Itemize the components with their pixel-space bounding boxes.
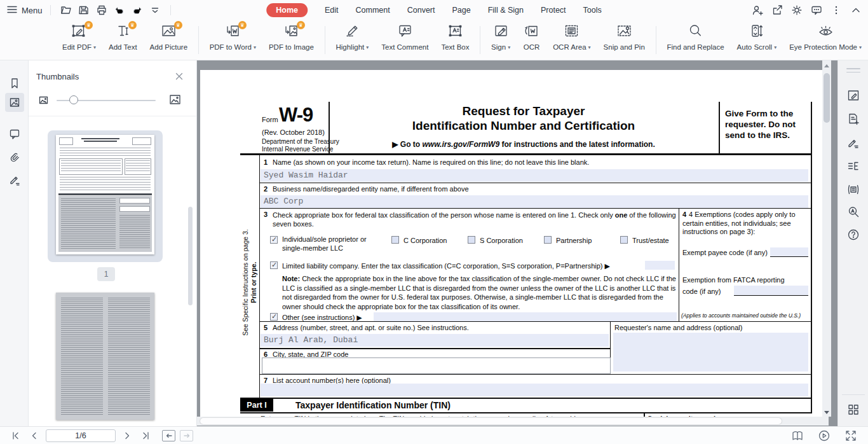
checkbox-c-corporation[interactable] [391, 236, 399, 244]
exempt-payee-field[interactable] [770, 247, 808, 257]
pdf-to-image-button[interactable]: ♛ PDF to Image [262, 20, 320, 60]
redo-button[interactable] [130, 3, 145, 18]
name-field[interactable]: Syed Wasim Haidar [261, 169, 808, 182]
split-view-icon[interactable] [846, 159, 860, 173]
settings-button[interactable] [790, 3, 804, 18]
share-user-button[interactable] [750, 3, 764, 18]
ocr-button[interactable]: OCR [517, 20, 546, 60]
fullscreen-icon[interactable] [844, 429, 858, 442]
checkbox-individual-label2: single-member LLC [282, 244, 343, 252]
snip-and-pin-button[interactable]: Snip and Pin [597, 20, 651, 60]
checkbox-other[interactable]: ✓ [270, 313, 278, 321]
checkbox-trust-estate[interactable] [620, 236, 628, 244]
open-file-button[interactable] [58, 3, 74, 18]
panel-scrollbar[interactable] [188, 207, 193, 305]
auto-scroll-button[interactable]: Auto Scroll▾ [731, 20, 783, 60]
thumbnail-page-2[interactable] [56, 293, 154, 420]
zoom-in-thumbnail-icon[interactable] [169, 94, 181, 108]
checkbox-partnership[interactable] [544, 236, 552, 244]
page-thumbnails-icon[interactable] [5, 93, 24, 112]
more-options-button[interactable] [829, 3, 843, 18]
comment-panel-icon[interactable] [5, 124, 24, 143]
account-numbers-field[interactable] [261, 384, 808, 396]
checkbox-llc[interactable]: ✓ [270, 261, 278, 269]
next-view-button[interactable] [180, 430, 193, 441]
share-icon-button[interactable] [770, 3, 784, 18]
highlight-button[interactable]: Highlight▾ [329, 20, 375, 60]
chevron-down-icon: ▾ [254, 45, 256, 50]
tab-fill-sign[interactable]: Fill & Sign [488, 6, 524, 15]
fatca-label-line1: Exemption from FATCA reporting [682, 276, 785, 284]
help-icon[interactable] [846, 228, 860, 242]
fatca-field[interactable] [734, 286, 808, 296]
find-and-replace-button[interactable]: Find and Replace [660, 20, 730, 60]
scroll-up-icon[interactable] [824, 64, 829, 67]
add-picture-button[interactable]: ♛ Add Picture [144, 20, 194, 60]
checkbox-s-corporation[interactable] [468, 236, 475, 244]
tab-tools[interactable]: Tools [583, 6, 602, 15]
read-mode-icon[interactable] [790, 429, 804, 442]
menu-button[interactable]: Menu [6, 4, 43, 17]
scroll-down-icon[interactable] [824, 411, 829, 414]
horizontal-scrollbar-thumb[interactable] [200, 418, 782, 424]
sign-button[interactable]: Sign▾ [485, 20, 517, 60]
zoom-out-thumbnail-icon[interactable] [39, 95, 48, 108]
thumbnail-page-1-number[interactable]: 1 [97, 267, 115, 281]
edit-pdf-button[interactable]: ♛ Edit PDF▾ [56, 20, 102, 60]
sign-stamp-icon[interactable] [846, 135, 860, 149]
add-page-icon[interactable] [846, 112, 860, 126]
rail-drag-handle[interactable] [846, 68, 860, 75]
thumbnail-page-1-preview[interactable] [56, 135, 154, 254]
search-text-icon[interactable] [846, 205, 860, 219]
customize-toolbar-button[interactable] [147, 3, 163, 18]
save-button[interactable] [76, 3, 92, 18]
feedback-button[interactable] [810, 3, 824, 18]
chevron-down-icon: ▾ [93, 45, 96, 50]
tab-page[interactable]: Page [452, 6, 470, 15]
add-picture-label: Add Picture [150, 43, 187, 51]
vertical-scrollbar[interactable] [822, 60, 831, 417]
text-box-button[interactable]: Text Box [435, 20, 475, 60]
checkbox-individual[interactable]: ✓ [270, 236, 278, 244]
ocr-area-button[interactable]: OCR Area▾ [546, 20, 597, 60]
print-button[interactable] [94, 3, 109, 18]
text-comment-button[interactable]: Text Comment [375, 20, 435, 60]
previous-view-button[interactable] [162, 430, 175, 441]
form-department: Department of the Treasury [262, 138, 339, 145]
add-text-button[interactable]: ♛ Add Text [102, 20, 144, 60]
first-page-button[interactable] [9, 429, 23, 442]
auto-scroll-icon [748, 22, 765, 42]
previous-page-button[interactable] [27, 429, 41, 442]
presentation-mode-icon[interactable] [817, 429, 831, 442]
undo-button[interactable] [112, 3, 127, 18]
tab-comment[interactable]: Comment [356, 6, 390, 15]
bookmark-icon[interactable] [5, 74, 24, 93]
requester-field[interactable] [613, 333, 808, 371]
tab-edit[interactable]: Edit [325, 6, 339, 15]
attachment-icon[interactable] [5, 147, 24, 166]
signature-panel-icon[interactable] [5, 170, 24, 189]
form-fields-icon[interactable] [846, 183, 860, 197]
thumbnail-size-slider-knob[interactable] [69, 95, 78, 104]
tab-home[interactable]: Home [266, 3, 308, 17]
tab-protect[interactable]: Protect [541, 6, 566, 15]
page-number-input[interactable] [46, 429, 116, 442]
city-state-zip-input[interactable] [262, 357, 611, 374]
eye-protection-mode-button[interactable]: Eye Protection Mode▾ [783, 20, 868, 60]
tab-convert[interactable]: Convert [407, 6, 435, 15]
address-field[interactable]: Burj Al Arab, Dubai [261, 334, 609, 347]
collapse-ribbon-button[interactable] [849, 3, 863, 18]
other-field[interactable] [374, 312, 677, 321]
line3-number: 3 [264, 211, 268, 218]
business-name-field[interactable]: ABC Corp [261, 195, 808, 208]
vertical-scrollbar-thumb[interactable] [824, 73, 830, 123]
last-page-button[interactable] [139, 429, 153, 442]
pdf-to-word-button[interactable]: ♛ PDF to Word▾ [203, 20, 262, 60]
divider [842, 394, 865, 395]
horizontal-scrollbar[interactable] [197, 417, 829, 426]
next-page-button[interactable] [120, 429, 134, 442]
more-panels-icon[interactable] [846, 403, 860, 417]
llc-classification-field[interactable] [645, 261, 675, 270]
close-panel-icon[interactable] [173, 71, 185, 82]
edit-icon[interactable] [846, 88, 860, 102]
